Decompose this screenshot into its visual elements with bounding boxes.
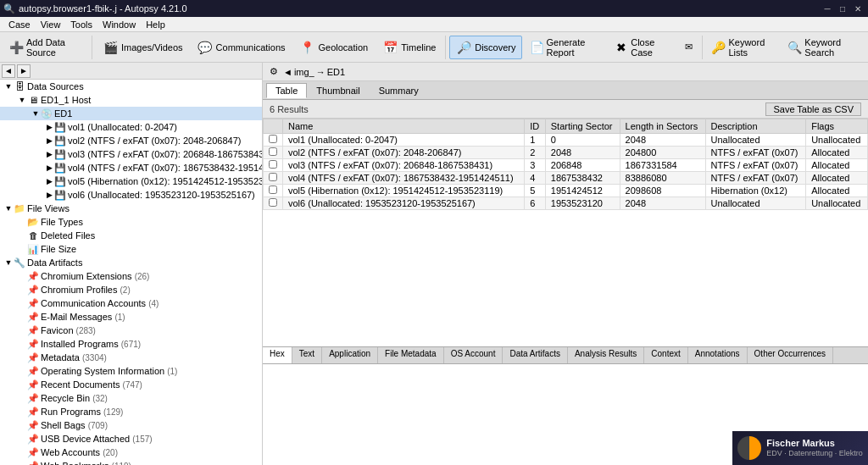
bottom-tab-text[interactable]: Text (292, 347, 322, 363)
sidebar-forward-button[interactable]: ► (17, 64, 31, 78)
expand-icon[interactable]: ▶ (44, 163, 54, 173)
artifact-icon: 📌 (27, 297, 39, 309)
bottom-tab-application[interactable]: Application (322, 347, 378, 363)
data-artifacts-label: Data Artifacts (27, 257, 82, 268)
bottom-tab-hex[interactable]: Hex (263, 347, 292, 363)
table-row[interactable]: vol5 (Hibernation (0x12): 1951424512-195… (264, 185, 868, 197)
geolocation-button[interactable]: 📍 Geolocation (293, 36, 375, 59)
sidebar-item-vol3[interactable]: ▶ 💾 vol3 (NTFS / exFAT (0x07): 206848-18… (0, 147, 262, 161)
generate-report-button[interactable]: 📄 Generate Report (524, 34, 608, 61)
communications-button[interactable]: 💬 Communications (191, 36, 292, 59)
sidebar-item-vol4[interactable]: ▶ 💾 vol4 (NTFS / exFAT (0x07): 186753843… (0, 161, 262, 174)
maximize-button[interactable]: □ (836, 3, 849, 14)
sidebar-item-chromium-extensions[interactable]: 📌Chromium Extensions (26) (0, 269, 262, 283)
sidebar-item-installed-programs[interactable]: 📌Installed Programs (671) (0, 337, 262, 351)
table-row[interactable]: vol2 (NTFS / exFAT (0x07): 2048-206847) … (264, 147, 868, 159)
expand-icon[interactable]: ▼ (17, 95, 27, 105)
sidebar-item-recent-documents[interactable]: 📌Recent Documents (747) (0, 378, 262, 391)
sidebar-item-data-sources[interactable]: ▼ 🗄 Data Sources (0, 80, 262, 93)
expand-icon[interactable]: ▶ (44, 190, 54, 200)
sidebar-item-operating-system-information[interactable]: 📌Operating System Information (1) (0, 364, 262, 378)
sidebar-item-host[interactable]: ▼ 🖥 ED1_1 Host (0, 93, 262, 107)
artifact-icon: 📌 (27, 352, 39, 363)
sidebar-item-vol5[interactable]: ▶ 💾 vol5 (Hibernation (0x12): 1951424512… (0, 174, 262, 188)
sidebar-item-communication-accounts[interactable]: 📌Communication Accounts (4) (0, 296, 262, 310)
row-check[interactable] (264, 159, 283, 172)
sidebar-item-file-types[interactable]: 📂 File Types (0, 215, 262, 229)
row-start: 0 (545, 134, 620, 147)
sidebar-item-favicon[interactable]: 📌Favicon (283) (0, 324, 262, 337)
gear-icon[interactable]: ⚙ (266, 65, 281, 78)
row-check[interactable] (264, 172, 283, 185)
close-case-button[interactable]: ✖ Close Case (609, 34, 675, 61)
sidebar-item-e-mail-messages[interactable]: 📌E-Mail Messages (1) (0, 310, 262, 324)
expand-icon[interactable]: ▼ (3, 257, 14, 268)
close-button[interactable]: ✕ (851, 3, 865, 14)
bottom-tab-annotations[interactable]: Annotations (688, 347, 748, 363)
row-name: vol4 (NTFS / exFAT (0x07): 1867538432-19… (283, 172, 525, 185)
row-check[interactable] (264, 147, 283, 159)
row-desc: Unallocated (705, 197, 806, 210)
sidebar-item-vol6[interactable]: ▶ 💾 vol6 (Unallocated: 1953523120-195352… (0, 188, 262, 202)
expand-icon[interactable]: ▼ (31, 108, 41, 119)
bottom-tab-other-occurrences[interactable]: Other Occurrences (748, 347, 833, 363)
tab-table[interactable]: Table (266, 83, 307, 98)
sidebar-back-button[interactable]: ◄ (2, 64, 15, 78)
sidebar-item-web-accounts[interactable]: 📌Web Accounts (20) (0, 446, 262, 459)
data-table: Name ID Starting Sector Length in Sector… (263, 119, 868, 210)
bottom-tab-analysis-results[interactable]: Analysis Results (568, 347, 644, 363)
sidebar-item-vol2[interactable]: ▶ 💾 vol2 (NTFS / exFAT (0x07): 2048-2068… (0, 134, 262, 147)
bottom-tab-context[interactable]: Context (644, 347, 687, 363)
row-check[interactable] (264, 134, 283, 147)
keyword-lists-icon: 🔑 (711, 39, 726, 56)
keyword-search-button[interactable]: 🔍 Keyword Search (782, 34, 865, 61)
ed1-label: ED1 (54, 108, 72, 119)
tab-summary[interactable]: Summary (370, 83, 428, 97)
tab-thumbnail[interactable]: Thumbnail (307, 83, 369, 97)
bottom-tab-os-account[interactable]: OS Account (444, 347, 504, 363)
artifact-icon: 📌 (27, 392, 39, 404)
images-videos-button[interactable]: 🎬 Images/Videos (96, 36, 189, 59)
row-check[interactable] (264, 197, 283, 210)
titlebar-controls[interactable]: ─ □ ✕ (821, 3, 865, 14)
sidebar-item-data-artifacts[interactable]: ▼ 🔧 Data Artifacts (0, 256, 262, 269)
sidebar-item-recycle-bin[interactable]: 📌Recycle Bin (32) (0, 391, 262, 405)
sidebar-item-web-bookmarks[interactable]: 📌Web Bookmarks (119) (0, 459, 262, 465)
expand-icon[interactable]: ▶ (44, 136, 54, 146)
sidebar-item-ed1[interactable]: ▼ 💿 ED1 (0, 107, 262, 120)
menu-window[interactable]: Window (97, 19, 141, 30)
row-check[interactable] (264, 185, 283, 197)
menu-tools[interactable]: Tools (65, 19, 97, 30)
sidebar-item-deleted-files[interactable]: 🗑 Deleted Files (0, 229, 262, 242)
sidebar-item-metadata[interactable]: 📌Metadata (3304) (0, 351, 262, 364)
row-start: 206848 (545, 159, 620, 172)
expand-icon[interactable]: ▼ (3, 81, 14, 91)
expand-icon[interactable]: ▶ (44, 149, 54, 159)
table-row[interactable]: vol3 (NTFS / exFAT (0x07): 206848-186753… (264, 159, 868, 172)
menu-view[interactable]: View (36, 19, 66, 30)
sidebar-item-file-size[interactable]: 📊 File Size (0, 242, 262, 256)
table-row[interactable]: vol1 (Unallocated: 0-2047) 1 0 2048 Unal… (264, 134, 868, 147)
keyword-lists-button[interactable]: 🔑 Keyword Lists (705, 34, 780, 61)
add-data-source-button[interactable]: ➕ Add Data Source (3, 34, 88, 61)
expand-icon[interactable]: ▶ (44, 122, 54, 132)
menu-case[interactable]: Case (3, 19, 36, 30)
sidebar-item-shell-bags[interactable]: 📌Shell Bags (709) (0, 418, 262, 432)
discovery-button[interactable]: 🔎 Discovery (449, 36, 521, 59)
bottom-tab-data-artifacts[interactable]: Data Artifacts (503, 347, 567, 363)
table-row[interactable]: vol6 (Unallocated: 1953523120-1953525167… (264, 197, 868, 210)
expand-icon[interactable]: ▼ (3, 203, 14, 213)
sidebar-item-vol1[interactable]: ▶ 💾 vol1 (Unallocated: 0-2047) (0, 120, 262, 134)
minimize-button[interactable]: ─ (821, 3, 834, 14)
bottom-tab-file-metadata[interactable]: File Metadata (378, 347, 444, 363)
save-table-csv-button[interactable]: Save Table as CSV (765, 102, 861, 116)
table-row[interactable]: vol4 (NTFS / exFAT (0x07): 1867538432-19… (264, 172, 868, 185)
sidebar-item-file-views[interactable]: ▼ 📁 File Views (0, 202, 262, 215)
email-icon-button[interactable]: ✉ (679, 38, 698, 56)
expand-icon[interactable]: ▶ (44, 176, 54, 186)
sidebar-item-run-programs[interactable]: 📌Run Programs (129) (0, 405, 262, 418)
sidebar-item-chromium-profiles[interactable]: 📌Chromium Profiles (2) (0, 283, 262, 296)
sidebar-item-usb-device-attached[interactable]: 📌USB Device Attached (157) (0, 432, 262, 446)
timeline-button[interactable]: 📅 Timeline (376, 36, 442, 59)
menu-help[interactable]: Help (141, 19, 170, 30)
